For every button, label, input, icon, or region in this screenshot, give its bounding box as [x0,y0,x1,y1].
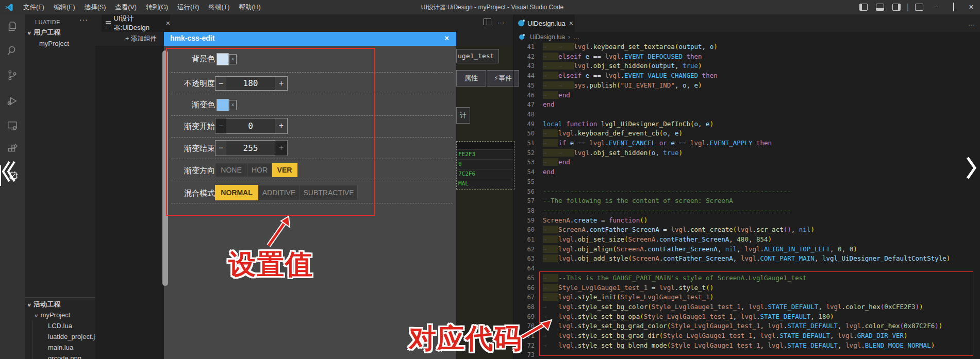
maximize-button[interactable] [945,0,962,14]
line-number: 61 [514,235,535,245]
tab-uidesign-lua[interactable]: UiDesign.lua × [514,14,575,32]
css-edit-dialog-header[interactable]: hmk-css-edit × [164,32,456,46]
menu-f[interactable]: 文件(F) [19,0,49,14]
code-line: 44→ elseif e == lvgl.EVENT_VALUE_CHANGED… [514,71,980,81]
explorer-icon[interactable] [0,16,25,37]
chevron-down-icon: ∨ [34,311,39,321]
sidebar-item-active-myproject[interactable]: ∨myProject [25,310,95,320]
add-component-button[interactable]: + 添加组件 [125,35,157,43]
line-number: 46 [514,91,535,100]
code-line: 63→ lvgl.obj_add_style(ScreenA.contFathe… [514,254,980,264]
sidebar-item-active-project[interactable]: ∨活动工程 [25,299,95,310]
code-line: 54end [514,167,980,177]
line-number: 42 [514,52,535,62]
designer-file-icon [106,21,111,26]
code-line: 46→ end [514,91,980,100]
file-row[interactable]: main.lua [32,342,95,353]
dialog-title: hmk-css-edit [170,34,214,42]
menu-s[interactable]: 选择(S) [80,0,111,14]
line-number: 47 [514,100,535,110]
code-line: 49local function lvgl_UiDesigner_DefInCb… [514,119,980,129]
properties-panel-strip [456,46,514,359]
prop-row: 0 [457,160,514,169]
prop-row: FE2F3 [457,150,514,160]
menu-r[interactable]: 运行(R) [173,0,204,14]
lua-file-icon [518,20,524,26]
line-number: 60 [514,225,535,235]
code-line: 61→ lvgl.obj_set_size(ScreenA.contFather… [514,235,980,245]
component-name-input[interactable]: uge1_test [456,49,499,63]
line-number: 57 [514,196,535,206]
prop-row: 7C2F6 [457,169,514,179]
dialog-close-icon[interactable]: × [444,33,449,42]
style-property-grid[interactable]: FE2F307C2F6MAL [456,141,514,190]
menu-t[interactable]: 终端(T) [204,0,234,14]
close-icon[interactable]: × [166,19,170,27]
close-icon[interactable]: × [569,19,573,27]
more-actions-icon[interactable]: ··· [968,21,975,28]
menu-bar: 文件(F)编辑(E)选择(S)查看(V)转到(G)运行(R)终端(T)帮助(H) [19,0,265,14]
close-button[interactable]: × [962,0,980,14]
code-line: 53→ end [514,158,980,167]
line-number: 65 [514,273,535,283]
more-actions-icon[interactable]: ··· [497,19,504,26]
file-row[interactable]: LCD.lua [32,320,95,331]
line-number: 64 [514,264,535,273]
search-icon[interactable] [0,40,25,61]
minimize-button[interactable]: − [927,0,945,14]
line-number: 56 [514,187,535,197]
chevron-down-icon: ∨ [27,300,32,311]
tab-attributes[interactable]: 属性 [456,70,486,87]
remote-explorer-icon[interactable] [0,115,25,136]
code-line: 59ScreenA.create = function() [514,216,980,226]
line-number: 54 [514,167,535,177]
source-control-icon[interactable] [0,65,25,86]
extensions-icon[interactable] [0,139,25,159]
toggle-sidebar-icon[interactable] [859,4,868,11]
sidebar-more-icon[interactable]: ··· [79,15,88,24]
customize-layout-icon[interactable] [915,4,923,11]
breadcrumb-separator: › [568,33,570,41]
split-editor-icon[interactable] [484,19,491,25]
designer-editor-actions: ··· [484,19,504,26]
run-debug-icon[interactable] [0,91,25,111]
annotation-box-dialog [166,48,375,216]
line-number: 62 [514,245,535,254]
breadcrumb[interactable]: UiDesign.lua › … [514,32,980,42]
vscode-logo-icon [5,3,13,12]
nav-previous-icon[interactable] [1,159,16,184]
toggle-secondary-sidebar-icon[interactable] [892,4,901,11]
line-number: 55 [514,177,535,187]
menu-v[interactable]: 查看(V) [110,0,141,14]
code-line: 55 [514,177,980,187]
code-line: 41→ → lvgl.keyboard_set_textarea(output,… [514,42,980,52]
nav-next-icon[interactable] [965,155,977,181]
line-number: 49 [514,119,535,129]
line-number: 53 [514,158,535,167]
design-button-partial[interactable]: 计 [456,107,470,124]
code-line: 48 [514,110,980,119]
code-line: 57--The following is the content of scre… [514,196,980,206]
annotation-box-code [539,271,973,356]
activity-bar [0,14,25,359]
line-number: 41 [514,42,535,52]
menu-h[interactable]: 帮助(H) [234,0,265,14]
toggle-panel-icon[interactable] [876,4,884,11]
code-line: 51→ if e == lvgl.EVENT_CANCEL or e == lv… [514,139,980,148]
file-row[interactable]: luatide_project.json [32,331,95,342]
code-line: 43→ → lvgl.obj_set_hidden(output, true) [514,61,980,71]
window-controls: | − × [855,0,980,14]
file-row[interactable]: qrcode.png [32,353,95,359]
sidebar-item-myproject[interactable]: myProject [25,38,95,49]
annotation-code-pointer: 对应代码 [409,320,522,357]
grid-header [457,142,514,150]
menu-g[interactable]: 转到(G) [141,0,173,14]
annotation-set-value: 设置值 [228,246,313,283]
lua-file-icon [519,35,524,40]
code-line: 50→ lvgl.keyboard_def_event_cb(o, e) [514,129,980,139]
file-list: LCD.lualuatide_project.jsonmain.luaqrcod… [25,320,95,359]
sidebar-item-user-project[interactable]: ∨用户工程 [25,27,95,38]
menu-e[interactable]: 编辑(E) [49,0,80,14]
annotation-arrow-up [260,214,296,250]
tab-ui-designer[interactable]: UI设计器:UiDesign × [102,14,170,32]
